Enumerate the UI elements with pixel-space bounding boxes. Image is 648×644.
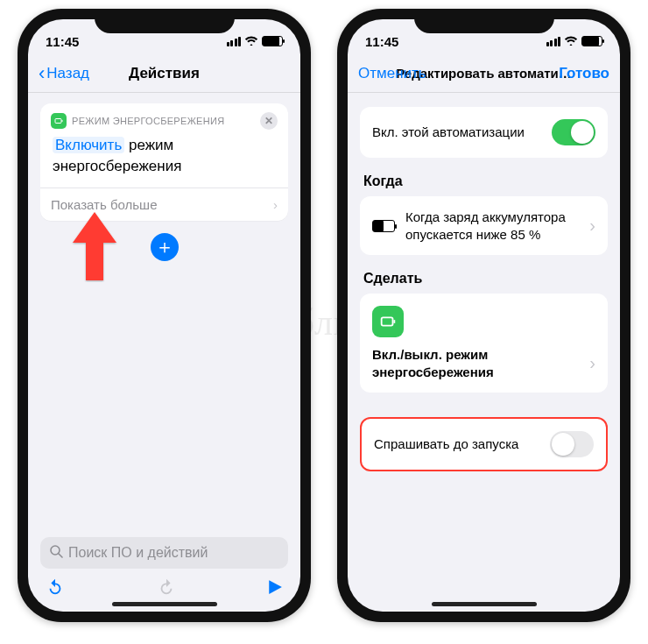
show-more-label: Показать больше: [51, 197, 157, 212]
run-button[interactable]: [267, 579, 283, 599]
back-label: Назад: [46, 65, 89, 82]
svg-marker-2: [73, 212, 116, 280]
enable-automation-toggle[interactable]: [552, 119, 595, 145]
search-placeholder: Поиск ПО и действий: [68, 545, 208, 561]
cancel-button[interactable]: Отменить: [358, 65, 426, 82]
wifi-icon: [564, 34, 578, 48]
chevron-right-icon: ›: [589, 216, 595, 236]
content-left: РЕЖИМ ЭНЕРГОСБЕРЕЖЕНИЯ ✕ Включить режим …: [28, 93, 300, 559]
signal-icon: [227, 37, 242, 46]
battery-level-icon: [372, 220, 395, 232]
do-section-title: Сделать: [363, 271, 604, 287]
enable-automation-row: Вкл. этой автоматизации: [360, 107, 608, 158]
screen-right: 11:45 Отменить Редактировать автомати… Г…: [348, 19, 620, 612]
home-indicator: [112, 602, 217, 606]
phone-comparison: 11:45 ‹ Назад Действия: [0, 0, 648, 631]
svg-marker-5: [269, 580, 282, 594]
action-app-label: РЕЖИМ ЭНЕРГОСБЕРЕЖЕНИЯ: [72, 116, 224, 126]
svg-rect-0: [55, 119, 61, 124]
battery-icon: [581, 36, 602, 46]
do-action-text: Вкл./выкл. режим энергосбережения: [372, 346, 589, 380]
ask-before-run-label: Спрашивать до запуска: [374, 435, 539, 453]
back-button[interactable]: ‹ Назад: [39, 64, 89, 83]
action-text-1: режим: [129, 137, 173, 153]
nav-bar: ‹ Назад Действия: [28, 54, 300, 93]
screen-left: 11:45 ‹ Назад Действия: [28, 19, 300, 612]
bottom-toolbar: Поиск ПО и действий: [40, 537, 288, 601]
svg-rect-6: [382, 317, 393, 325]
battery-icon: [262, 36, 283, 46]
svg-rect-7: [393, 320, 395, 323]
signal-icon: [546, 37, 561, 46]
when-condition-text: Когда заряд аккумулятора опускается ниже…: [405, 209, 579, 243]
action-card[interactable]: РЕЖИМ ЭНЕРГОСБЕРЕЖЕНИЯ ✕ Включить режим …: [40, 103, 288, 221]
chevron-left-icon: ‹: [39, 64, 45, 83]
ask-before-run-row: Спрашивать до запуска: [360, 417, 608, 471]
ask-before-run-toggle[interactable]: [550, 431, 594, 457]
content-right: Вкл. этой автоматизации Когда Когда заря…: [348, 93, 620, 482]
chevron-right-icon: ›: [589, 353, 595, 373]
home-indicator: [432, 602, 537, 606]
search-input[interactable]: Поиск ПО и действий: [40, 537, 288, 569]
enable-automation-label: Вкл. этой автоматизации: [372, 124, 541, 141]
nav-bar: Отменить Редактировать автомати… Готово: [348, 54, 620, 93]
low-power-icon: [51, 113, 67, 129]
phone-right: 11:45 Отменить Редактировать автомати… Г…: [337, 9, 630, 622]
status-bar: 11:45: [28, 19, 300, 54]
when-condition-row[interactable]: Когда заряд аккумулятора опускается ниже…: [360, 196, 608, 255]
add-action-button[interactable]: ＋: [151, 233, 179, 261]
svg-rect-1: [62, 120, 63, 122]
action-token[interactable]: Включить: [53, 137, 124, 153]
chevron-right-icon: ›: [273, 197, 278, 212]
status-indicators: [227, 34, 284, 48]
when-section-title: Когда: [363, 173, 604, 189]
pointer-arrow-icon: [68, 212, 121, 282]
redo-button[interactable]: [157, 577, 176, 601]
wifi-icon: [244, 34, 258, 48]
remove-action-button[interactable]: ✕: [260, 112, 278, 130]
svg-line-4: [59, 554, 62, 557]
phone-left: 11:45 ‹ Назад Действия: [18, 9, 311, 622]
low-power-icon: [372, 306, 404, 337]
action-text-2: энергосбережения: [53, 158, 181, 174]
status-time: 11:45: [46, 34, 79, 49]
search-icon: [49, 544, 63, 562]
status-time: 11:45: [365, 34, 398, 49]
do-action-row[interactable]: Вкл./выкл. режим энергосбережения ›: [360, 294, 608, 393]
undo-button[interactable]: [46, 577, 65, 601]
done-button[interactable]: Готово: [559, 65, 609, 82]
status-bar: 11:45: [348, 19, 620, 54]
status-indicators: [546, 34, 603, 48]
